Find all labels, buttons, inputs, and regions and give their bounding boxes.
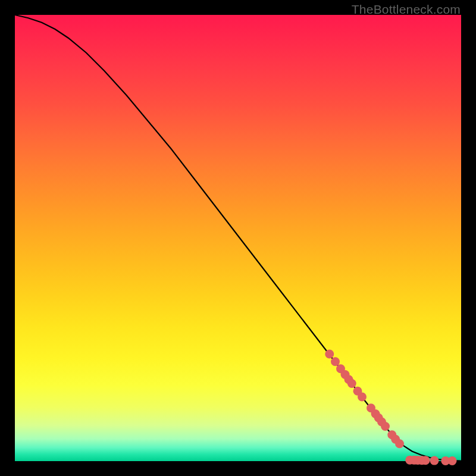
data-marker xyxy=(448,456,457,465)
chart-frame: TheBottleneck.com xyxy=(0,0,476,476)
data-marker xyxy=(347,379,356,388)
chart-svg xyxy=(15,15,461,461)
data-marker xyxy=(325,350,334,359)
data-marker xyxy=(395,439,404,448)
marker-group xyxy=(325,350,456,466)
data-marker xyxy=(358,393,367,402)
data-marker xyxy=(381,422,390,431)
data-marker xyxy=(421,456,430,465)
watermark-text: TheBottleneck.com xyxy=(352,2,461,17)
curve-line xyxy=(15,15,461,461)
plot-area xyxy=(15,15,461,461)
data-marker xyxy=(430,456,439,465)
data-marker xyxy=(331,357,340,366)
